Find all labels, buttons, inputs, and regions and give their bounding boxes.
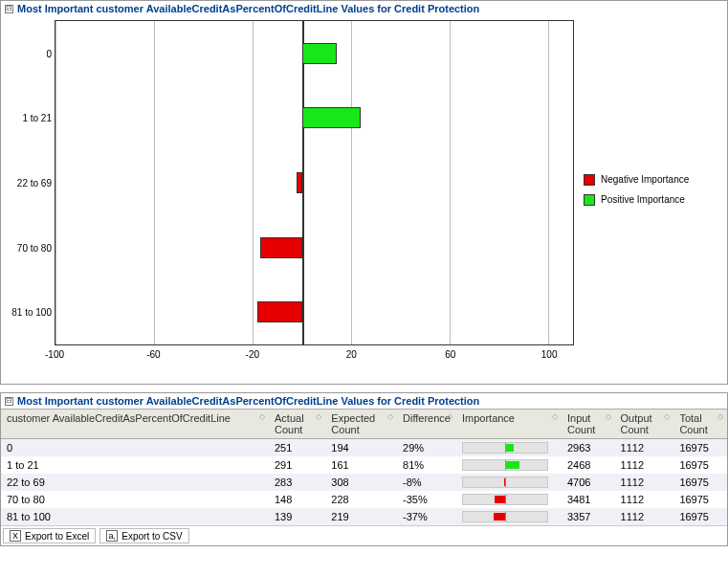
x-tick-label: -100 — [45, 349, 64, 360]
x-tick-label: -60 — [146, 349, 160, 360]
chart-area: 01 to 2122 to 6970 to 8081 to 100 -100-6… — [1, 20, 727, 384]
y-category-label: 81 to 100 — [6, 307, 52, 318]
column-header-label: Output Count — [621, 412, 652, 435]
cell-output: 1112 — [615, 439, 674, 457]
cell-category: 0 — [1, 439, 269, 457]
x-tick-label: 60 — [445, 349, 455, 360]
table-panel: ⊟ Most Important customer AvailableCredi… — [0, 392, 728, 546]
cell-actual: 251 — [269, 439, 325, 457]
column-header-label: Expected Count — [331, 412, 375, 435]
cell-input: 2963 — [562, 439, 615, 457]
sort-icon[interactable]: ◇ — [717, 412, 723, 421]
cell-input: 3357 — [562, 508, 615, 525]
legend-swatch — [584, 194, 595, 206]
table-panel-header: ⊟ Most Important customer AvailableCredi… — [1, 393, 727, 409]
table-row[interactable]: 025119429%2963111216975 — [1, 439, 727, 457]
cell-total: 16975 — [673, 474, 727, 491]
y-category-label: 22 to 69 — [6, 178, 52, 188]
cell-importance — [456, 474, 562, 491]
table-row[interactable]: 81 to 100139219-37%3357111216975 — [1, 508, 727, 525]
collapse-icon[interactable]: ⊟ — [5, 397, 13, 406]
export-excel-button[interactable]: X Export to Excel — [3, 528, 96, 543]
cell-importance — [456, 456, 562, 474]
export-csv-label: Export to CSV — [121, 531, 182, 542]
sort-icon[interactable]: ◇ — [606, 412, 611, 421]
sort-icon[interactable]: ◇ — [259, 412, 265, 421]
cell-expected: 194 — [325, 439, 397, 457]
chart-panel-header: ⊟ Most Important customer AvailableCredi… — [1, 1, 727, 16]
chart-panel: ⊟ Most Important customer AvailableCredi… — [0, 0, 728, 385]
grid-line — [351, 21, 352, 344]
chart-bar — [257, 301, 301, 322]
collapse-icon[interactable]: ⊟ — [5, 5, 13, 13]
cell-total: 16975 — [673, 456, 727, 474]
table-header-row: customer AvailableCreditAsPercentOfCredi… — [1, 410, 727, 439]
column-header-label: Difference — [403, 412, 451, 424]
zero-line — [302, 21, 304, 344]
cell-difference: -35% — [397, 491, 456, 508]
chart-bar — [297, 172, 301, 193]
cell-importance — [456, 508, 562, 525]
importance-mini-bar — [462, 459, 548, 471]
cell-difference: 29% — [397, 439, 456, 457]
cell-expected: 308 — [325, 474, 397, 491]
cell-total: 16975 — [673, 491, 727, 508]
cell-category: 81 to 100 — [1, 508, 269, 525]
column-header[interactable]: Output Count◇ — [615, 410, 674, 439]
column-header[interactable]: customer AvailableCreditAsPercentOfCredi… — [1, 410, 269, 439]
cell-expected: 161 — [325, 456, 397, 474]
chart-title: Most Important customer AvailableCreditA… — [17, 3, 479, 14]
table-row[interactable]: 70 to 80148228-35%3481111216975 — [1, 491, 727, 508]
grid-line — [154, 21, 155, 344]
column-header[interactable]: Total Count◇ — [673, 410, 727, 439]
legend-swatch — [584, 174, 595, 186]
cell-importance — [456, 491, 562, 508]
x-axis: -100-60-202060100 — [55, 345, 574, 368]
column-header[interactable]: Actual Count◇ — [269, 410, 325, 439]
grid-line — [55, 21, 56, 344]
grid-line — [450, 21, 451, 344]
cell-expected: 228 — [325, 491, 397, 508]
plot-region: 01 to 2122 to 6970 to 8081 to 100 — [55, 20, 574, 345]
chart-bar — [302, 43, 337, 64]
legend-item: Positive Importance — [584, 193, 727, 206]
grid-line — [548, 21, 549, 344]
importance-mini-bar — [462, 442, 548, 454]
cell-total: 16975 — [673, 508, 727, 525]
cell-output: 1112 — [615, 508, 674, 525]
importance-mini-bar — [462, 476, 548, 488]
x-tick-label: 100 — [541, 349, 558, 360]
cell-importance — [456, 439, 562, 457]
cell-actual: 148 — [269, 491, 325, 508]
table-row[interactable]: 22 to 69283308-8%4706111216975 — [1, 474, 727, 491]
x-tick-label: 20 — [346, 349, 357, 360]
export-bar: X Export to Excel a, Export to CSV — [1, 525, 727, 545]
sort-icon[interactable]: ◇ — [387, 412, 393, 421]
importance-mini-bar — [462, 494, 548, 505]
column-header[interactable]: Importance◇ — [456, 410, 562, 439]
column-header[interactable]: Input Count◇ — [562, 410, 615, 439]
cell-actual: 291 — [269, 456, 325, 474]
cell-actual: 139 — [269, 508, 325, 525]
chart-bar — [302, 107, 362, 128]
cell-output: 1112 — [615, 491, 674, 508]
x-tick-label: -20 — [246, 349, 259, 360]
y-category-label: 70 to 80 — [6, 242, 52, 253]
legend: Negative ImportancePositive Importance — [584, 20, 727, 384]
column-header-label: Actual Count — [275, 412, 304, 435]
csv-icon: a, — [106, 530, 118, 542]
column-header[interactable]: Expected Count◇ — [325, 410, 397, 439]
column-header[interactable]: Difference◇ — [397, 410, 456, 439]
sort-icon[interactable]: ◇ — [552, 412, 558, 421]
table-title: Most Important customer AvailableCreditA… — [17, 395, 479, 407]
sort-icon[interactable]: ◇ — [316, 412, 321, 421]
sort-icon[interactable]: ◇ — [447, 412, 452, 421]
cell-difference: -37% — [397, 508, 456, 525]
cell-input: 2468 — [562, 456, 615, 474]
table-row[interactable]: 1 to 2129116181%2468111216975 — [1, 456, 727, 474]
export-csv-button[interactable]: a, Export to CSV — [99, 528, 188, 543]
data-table: customer AvailableCreditAsPercentOfCredi… — [1, 409, 727, 525]
sort-icon[interactable]: ◇ — [664, 412, 670, 421]
cell-output: 1112 — [615, 456, 674, 474]
cell-difference: 81% — [397, 456, 456, 474]
